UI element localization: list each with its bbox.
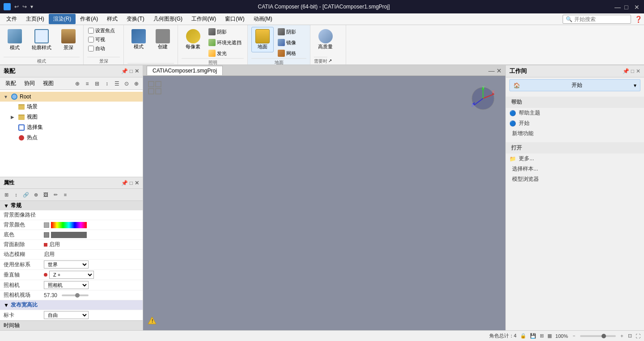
workspace-panel-dock[interactable]: □ <box>631 68 634 74</box>
tree-item-hotspot[interactable]: 热点 <box>0 132 143 143</box>
prop-bg-color-value[interactable] <box>44 222 139 228</box>
zoom-out-icon[interactable]: － <box>572 332 576 339</box>
props-btn-2[interactable]: ↕ <box>12 190 21 199</box>
menu-author[interactable]: 作者(A) <box>76 14 102 24</box>
prop-bottom-color-value[interactable] <box>44 232 139 238</box>
fit-view-icon[interactable]: ⊡ <box>628 333 632 339</box>
vertical-axis-select[interactable]: Z + <box>49 271 94 279</box>
checkbox-auto[interactable]: 自动 <box>87 45 120 52</box>
ground-mirror-button[interactable]: 镜像 <box>275 38 298 47</box>
checkbox-visible[interactable]: 可视 <box>87 36 120 43</box>
minimize-button[interactable]: — <box>614 4 621 10</box>
root-expand-icon[interactable]: ▼ <box>4 94 9 99</box>
properties-panel-close[interactable]: ✕ <box>135 180 139 186</box>
quick-access-redo[interactable]: ↪ <box>22 4 27 10</box>
viewport-minimize-icon[interactable]: — <box>488 67 495 74</box>
menu-render[interactable]: 渲染(R) <box>49 14 76 24</box>
prop-card-value[interactable]: 自由 <box>44 311 139 319</box>
outline-style-button[interactable]: 轮廓样式 <box>28 27 55 53</box>
menu-style[interactable]: 样式 <box>102 14 122 24</box>
visible-checkbox[interactable] <box>88 37 94 43</box>
properties-panel-pin[interactable]: 📌 <box>121 180 128 186</box>
asm-btn-5[interactable]: ☰ <box>112 79 121 88</box>
props-btn-1[interactable]: ⊞ <box>2 190 11 199</box>
zoom-slider-thumb[interactable] <box>602 334 606 338</box>
props-btn-3[interactable]: 🔗 <box>21 190 30 199</box>
zoom-slider[interactable] <box>580 335 616 337</box>
menu-geometry[interactable]: 几何图形(G) <box>149 14 187 24</box>
mode-button[interactable]: 模式 <box>4 27 26 53</box>
props-btn-7[interactable]: ≡ <box>61 190 70 199</box>
assembly-panel-dock[interactable]: □ <box>130 68 133 74</box>
set-focus-checkbox[interactable] <box>88 28 94 34</box>
menu-workspace[interactable]: 工作间(W) <box>187 14 220 24</box>
menu-help-icon[interactable]: ❓ <box>635 16 642 23</box>
mode2-button[interactable]: 模式 <box>127 27 150 52</box>
viewport-close-icon[interactable]: ✕ <box>496 67 502 74</box>
tree-item-selections[interactable]: 选择集 <box>0 122 143 132</box>
properties-panel-dock[interactable]: □ <box>130 180 133 186</box>
depth-button[interactable]: 景深 <box>57 27 80 53</box>
tab-collaboration[interactable]: 协同 <box>21 79 38 88</box>
status-lock-icon[interactable]: 🔒 <box>520 333 526 339</box>
viewport-canvas[interactable]: X Y Z ! <box>143 76 505 330</box>
fullscreen-icon[interactable]: ⛶ <box>636 333 640 339</box>
coord-system-select[interactable]: 世界 <box>44 260 89 269</box>
fov-slider-thumb[interactable] <box>75 293 80 298</box>
card-select[interactable]: 自由 <box>44 311 89 319</box>
asm-btn-2[interactable]: ≡ <box>83 79 92 88</box>
maximize-button[interactable]: □ <box>624 4 631 10</box>
status-layout-icon[interactable]: ▦ <box>547 333 552 339</box>
asm-btn-1[interactable]: ⊕ <box>73 79 82 88</box>
workspace-panel-pin[interactable]: 📌 <box>623 68 629 74</box>
props-btn-5[interactable]: 🖼 <box>41 190 50 199</box>
menu-file[interactable]: 文件 <box>2 14 21 24</box>
help-new-features-link[interactable]: 新增功能 <box>506 128 644 139</box>
menu-animation[interactable]: 动画(M) <box>249 14 277 24</box>
high-quality-button[interactable]: 高质量 <box>314 27 337 52</box>
menu-transform[interactable]: 变换(T) <box>122 14 148 24</box>
search-box[interactable]: 🔍 <box>563 15 631 24</box>
prop-vertical-axis-value[interactable]: Z + <box>44 271 139 279</box>
status-save-icon[interactable]: 💾 <box>530 333 536 339</box>
hq-expand-icon[interactable]: ↗ <box>328 58 332 63</box>
ground-mesh-button[interactable]: 网格 <box>275 48 298 58</box>
tab-assembly[interactable]: 装配 <box>2 79 20 88</box>
open-more-link[interactable]: 📁 更多... <box>506 153 644 164</box>
asm-btn-4[interactable]: ↕ <box>102 79 111 88</box>
camera-select[interactable]: 照相机 <box>44 281 89 289</box>
checkbox-set-focus[interactable]: 设置焦点 <box>87 27 120 34</box>
viewport-tab-item[interactable]: CATIAComposer1.smgProj <box>147 66 223 75</box>
menu-home[interactable]: 主页(H) <box>21 14 49 24</box>
auto-checkbox[interactable] <box>88 46 94 51</box>
model-browser-link[interactable]: 模型浏览器 <box>506 174 644 184</box>
props-btn-6[interactable]: ✏ <box>51 190 60 199</box>
views-expand-icon[interactable]: ▶ <box>11 115 16 119</box>
quick-access-undo[interactable]: ↩ <box>14 4 19 10</box>
asm-btn-6[interactable]: ⊙ <box>122 79 131 88</box>
tab-view[interactable]: 视图 <box>39 79 57 88</box>
close-button[interactable]: ✕ <box>634 4 640 10</box>
status-grid-icon[interactable]: ⊞ <box>540 333 544 339</box>
asm-btn-3[interactable]: ⊞ <box>93 79 102 88</box>
zoom-in-icon[interactable]: ＋ <box>619 332 624 339</box>
open-sample-link[interactable]: 选择样本... <box>506 164 644 174</box>
search-input[interactable] <box>574 16 628 22</box>
shadow-button[interactable]: 阴影 <box>206 27 244 37</box>
ground-shadow-button[interactable]: 阴影 <box>275 27 298 37</box>
start-dropdown[interactable]: 🏠 开始 ▾ <box>509 79 640 91</box>
prop-coord-system-value[interactable]: 世界 <box>44 260 139 269</box>
assembly-panel-close[interactable]: ✕ <box>135 68 139 74</box>
workspace-panel-close[interactable]: ✕ <box>636 68 640 74</box>
section-general[interactable]: ▼ 常规 <box>0 201 143 210</box>
menu-window[interactable]: 窗口(W) <box>220 14 249 24</box>
props-btn-4[interactable]: ⊕ <box>31 190 40 199</box>
tree-item-root[interactable]: ▼ Root <box>0 92 143 102</box>
help-start-link[interactable]: 🔵 开始 <box>506 118 644 128</box>
create-button[interactable]: 创建 <box>152 27 174 52</box>
section-publish-ratio[interactable]: ▼ 发布宽高比 <box>0 300 143 310</box>
tree-item-views[interactable]: ▶ 视图 <box>0 112 143 122</box>
asm-btn-7[interactable]: ⊕ <box>132 79 141 88</box>
tree-item-scene[interactable]: 场景 <box>0 102 143 112</box>
fov-slider-track[interactable] <box>62 294 89 296</box>
